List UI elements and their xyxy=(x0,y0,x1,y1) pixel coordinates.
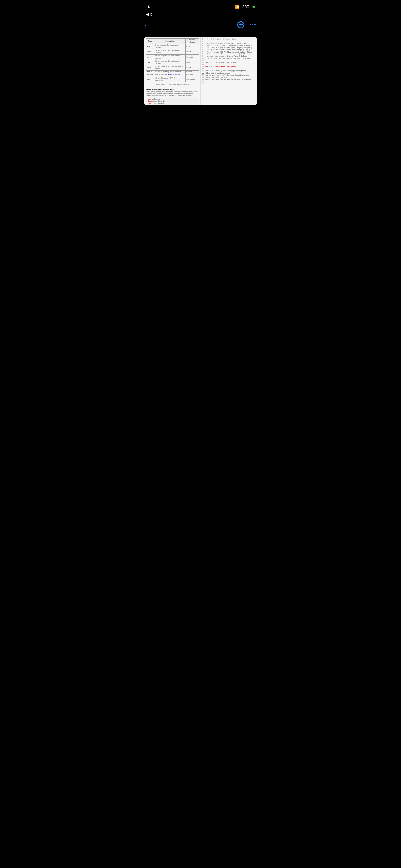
wifi-icon: WiFi xyxy=(241,4,250,9)
svg-point-6 xyxy=(254,24,256,25)
mute-row: ◀ x xyxy=(139,12,262,19)
nav-bar: ‹ xyxy=(139,19,262,34)
svg-marker-0 xyxy=(148,5,150,8)
status-time xyxy=(146,5,151,9)
add-button[interactable] xyxy=(237,21,245,30)
location-icon xyxy=(147,5,151,9)
ocr-left-panel: TypeDescriptionWrapper Class byte8-bit s… xyxy=(144,37,200,105)
ocr-preview-image: TypeDescriptionWrapper Class byte8-bit s… xyxy=(144,37,257,105)
mute-indicator: ◀ x xyxy=(146,12,152,17)
nav-actions xyxy=(237,21,257,30)
status-bar: 📶 WiFi xyxy=(139,0,262,12)
ocr-right-panel: 1| Type | Description | Wrapper Class | … xyxy=(200,37,257,105)
signal-icon: 📶 xyxy=(235,5,240,9)
more-button[interactable] xyxy=(249,21,257,30)
battery-indicator xyxy=(252,6,255,7)
status-icons: 📶 WiFi xyxy=(235,4,255,9)
svg-point-5 xyxy=(252,24,253,25)
chevron-left-icon: ‹ xyxy=(144,22,147,29)
back-button[interactable]: ‹ xyxy=(144,22,148,29)
svg-point-4 xyxy=(250,24,251,25)
